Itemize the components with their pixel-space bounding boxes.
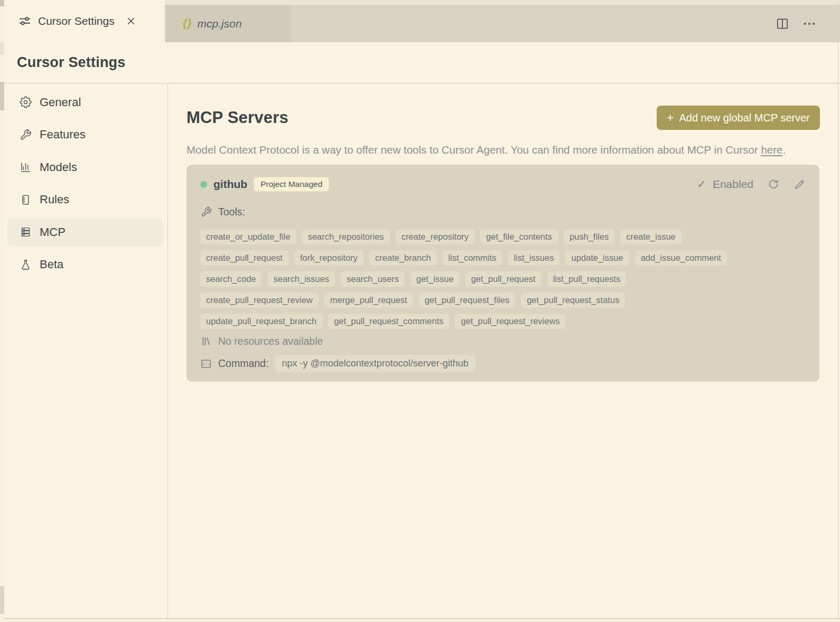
refresh-server-button[interactable]	[767, 178, 780, 191]
tool-chip: fork_repository	[294, 250, 363, 266]
tool-chip: list_pull_requests	[547, 271, 627, 287]
gear-icon	[19, 96, 32, 109]
project-managed-badge: Project Managed	[254, 177, 329, 192]
mcp-servers-title: MCP Servers	[186, 108, 288, 127]
close-tab-icon[interactable]	[125, 15, 137, 27]
tool-chip: get_pull_request_reviews	[455, 314, 565, 329]
mcp-docs-link[interactable]: here	[761, 144, 782, 156]
tool-chip: list_issues	[508, 250, 559, 266]
tools-icon	[200, 206, 212, 218]
tool-chip: update_pull_request_branch	[200, 314, 322, 329]
tool-chip: add_issue_comment	[635, 250, 727, 266]
tab-cursor-settings[interactable]: Cursor Settings	[4, 0, 165, 42]
tool-chip: list_commits	[443, 250, 502, 266]
page-title: Cursor Settings	[17, 54, 126, 71]
tab-label: Cursor Settings	[38, 15, 115, 27]
sliders-icon	[18, 14, 32, 28]
resources-icon	[200, 335, 212, 347]
json-braces-icon: {}	[183, 17, 192, 30]
sidebar-item-general[interactable]: General	[4, 86, 167, 119]
ruler-icon	[19, 193, 32, 206]
command-label: Command:	[218, 357, 268, 370]
settings-sidebar: General Features Models Rules	[4, 83, 168, 618]
flask-icon	[19, 258, 32, 271]
tab-bar-actions	[776, 5, 817, 42]
cursor-settings-window: Cursor Settings {} mcp.json	[0, 0, 840, 622]
status-bar-edge	[0, 618, 840, 622]
tool-chip: get_issue	[410, 271, 460, 287]
sidebar-item-mcp[interactable]: MCP	[4, 216, 167, 249]
resources-text: No resources available	[218, 335, 323, 347]
tool-chip: push_files	[564, 229, 614, 244]
tool-chip-row: create_pull_requestfork_repositorycreate…	[200, 250, 806, 266]
tool-chip: create_pull_request	[200, 250, 288, 266]
editor-tab-bar: Cursor Settings {} mcp.json	[0, 0, 840, 42]
more-actions-icon[interactable]	[802, 16, 817, 31]
tool-chip: merge_pull_request	[324, 293, 413, 308]
tools-icon	[19, 128, 32, 141]
tool-chip-row: update_pull_request_branchget_pull_reque…	[200, 314, 806, 329]
terminal-icon: C:\	[200, 358, 212, 370]
tools-label: Tools:	[218, 206, 245, 218]
bar-chart-icon	[19, 161, 32, 174]
tab-label: mcp.json	[198, 17, 242, 30]
tool-chip: create_repository	[396, 229, 474, 244]
tool-chip: create_or_update_file	[200, 229, 296, 244]
sidebar-item-models[interactable]: Models	[4, 151, 167, 184]
tool-chip-row: create_pull_request_reviewmerge_pull_req…	[200, 293, 806, 308]
tool-chip: search_issues	[267, 271, 334, 287]
mcp-server-card-github: github Project Managed ✓ Enabled	[186, 165, 819, 382]
split-editor-icon[interactable]	[776, 17, 789, 31]
page-header: Cursor Settings	[4, 42, 840, 83]
edit-server-button[interactable]	[794, 178, 806, 191]
tool-chip: search_repositories	[302, 229, 390, 244]
tool-chip: get_pull_request_comments	[328, 314, 449, 329]
tool-chip: get_pull_request_status	[521, 293, 625, 308]
server-status-dot	[200, 181, 207, 188]
check-icon: ✓	[697, 178, 706, 191]
enabled-label: Enabled	[713, 178, 753, 191]
server-stack-icon	[19, 226, 32, 239]
mcp-settings-panel: MCP Servers + Add new global MCP server …	[168, 83, 840, 618]
tool-chip: update_issue	[565, 250, 629, 266]
sidebar-item-features[interactable]: Features	[4, 119, 167, 152]
sidebar-item-rules[interactable]: Rules	[4, 184, 167, 216]
tool-chip: search_users	[341, 271, 405, 287]
tool-chip-row: create_or_update_filesearch_repositories…	[200, 229, 806, 244]
editor-right-border	[838, 0, 838, 618]
tab-mcp-json[interactable]: {} mcp.json	[166, 5, 291, 42]
tool-chip-row: search_codesearch_issuessearch_usersget_…	[200, 271, 806, 287]
tool-chip: get_pull_request_files	[419, 293, 516, 308]
enabled-toggle[interactable]: ✓ Enabled	[697, 178, 753, 191]
tool-chip: create_pull_request_review	[200, 293, 319, 308]
svg-text:C:\: C:\	[203, 362, 209, 366]
command-value: npx -y @modelcontextprotocol/server-gith…	[275, 355, 475, 372]
tool-chip: create_branch	[369, 250, 437, 266]
tools-list: create_or_update_filesearch_repositories…	[200, 229, 806, 329]
tool-chip: create_issue	[620, 229, 682, 244]
tool-chip: get_file_contents	[480, 229, 558, 244]
tool-chip: search_code	[200, 271, 262, 287]
add-global-mcp-server-button[interactable]: + Add new global MCP server	[657, 106, 820, 130]
mcp-description: Model Context Protocol is a way to offer…	[186, 140, 819, 159]
tool-chip: get_pull_request	[465, 271, 542, 287]
sidebar-item-beta[interactable]: Beta	[4, 249, 167, 281]
server-name: github	[213, 178, 247, 191]
plus-icon: +	[667, 112, 674, 124]
left-editor-edge	[0, 0, 4, 622]
